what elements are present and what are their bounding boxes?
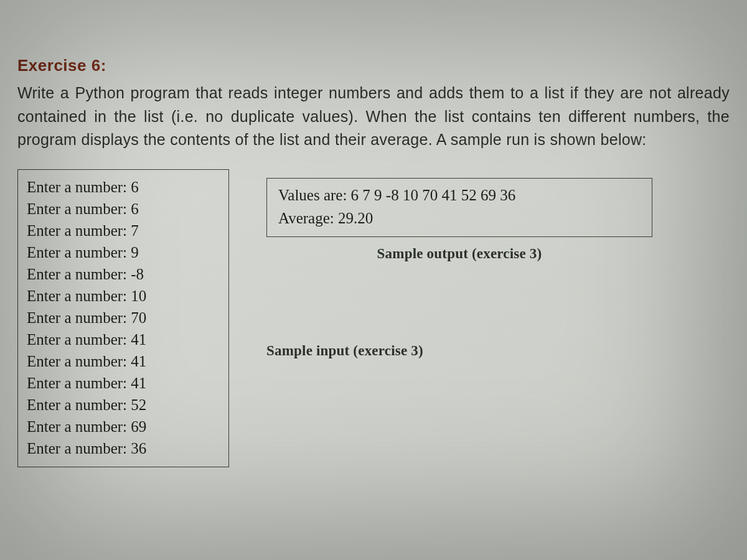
input-line: Enter a number: 6 — [27, 198, 215, 220]
output-column: Values are: 6 7 9 -8 10 70 41 52 69 36 A… — [266, 169, 730, 359]
sample-output-box: Values are: 6 7 9 -8 10 70 41 52 69 36 A… — [266, 178, 652, 237]
input-line: Enter a number: 9 — [27, 241, 215, 263]
input-column: Enter a number: 6 Enter a number: 6 Ente… — [17, 169, 229, 467]
input-line: Enter a number: 41 — [27, 372, 215, 394]
input-line: Enter a number: 41 — [27, 350, 215, 372]
input-line: Enter a number: 10 — [27, 285, 215, 307]
input-line: Enter a number: 52 — [27, 394, 215, 416]
input-line: Enter a number: 7 — [27, 220, 215, 241]
input-line: Enter a number: 6 — [27, 176, 215, 198]
exercise-title: Exercise 6: — [17, 56, 730, 75]
output-average-line: Average: 29.20 — [278, 207, 641, 230]
sample-output-caption: Sample output (exercise 3) — [266, 246, 652, 262]
exercise-description: Write a Python program that reads intege… — [17, 82, 730, 152]
input-line: Enter a number: -8 — [27, 263, 215, 285]
input-line: Enter a number: 69 — [27, 416, 215, 437]
input-line: Enter a number: 70 — [27, 307, 215, 329]
sample-input-caption: Sample input (exercise 3) — [266, 343, 730, 359]
sample-input-box: Enter a number: 6 Enter a number: 6 Ente… — [17, 169, 229, 467]
output-values-line: Values are: 6 7 9 -8 10 70 41 52 69 36 — [278, 184, 641, 207]
exercise-page: Exercise 6: Write a Python program that … — [0, 0, 747, 480]
input-line: Enter a number: 41 — [27, 329, 215, 350]
sample-row: Enter a number: 6 Enter a number: 6 Ente… — [17, 169, 730, 467]
input-line: Enter a number: 36 — [27, 437, 215, 459]
